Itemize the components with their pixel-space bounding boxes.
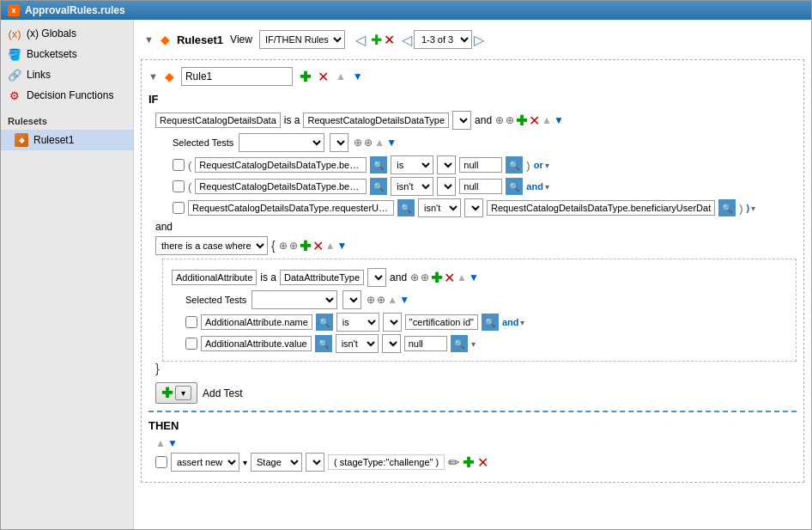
nav-left-icon[interactable]: ◁: [352, 31, 369, 48]
test3-checkbox[interactable]: [173, 202, 185, 214]
test1-op-select[interactable]: is isn't: [391, 155, 433, 174]
test2-search-btn[interactable]: 🔍: [370, 178, 387, 195]
nested-test1-checkbox[interactable]: [185, 316, 197, 328]
nested-type-select[interactable]: ▼: [367, 268, 386, 287]
delete-rule-icon[interactable]: ✕: [384, 32, 395, 48]
case-up-icon[interactable]: ▲: [325, 240, 336, 252]
filter-icon[interactable]: ⊕: [495, 114, 504, 126]
cond-add-icon[interactable]: ✚: [516, 113, 527, 129]
selected-tests-select[interactable]: [239, 133, 324, 152]
filter2-icon[interactable]: ⊕: [506, 114, 514, 126]
test1-connector-arrow[interactable]: ▾: [545, 161, 549, 170]
nested-test2-checkbox[interactable]: [185, 338, 197, 350]
then-checkbox[interactable]: [155, 456, 167, 468]
nested-test1-conn-arrow[interactable]: ▾: [520, 318, 524, 327]
stage-edit-icon[interactable]: ✏: [448, 454, 459, 471]
test3-value-search[interactable]: 🔍: [718, 199, 736, 216]
test2-op-arrow[interactable]: ▼: [437, 177, 456, 196]
test-filter-icon[interactable]: ⊕: [354, 137, 362, 149]
test3-connector-arrow[interactable]: ▾: [751, 204, 755, 213]
nested-filter2-icon[interactable]: ⊕: [421, 271, 429, 283]
rule-add-icon[interactable]: ✚: [300, 69, 311, 85]
then-delete-icon[interactable]: ✕: [477, 454, 488, 471]
selected-tests-arrow[interactable]: ▼: [330, 133, 348, 152]
test1-op-arrow[interactable]: ▼: [437, 155, 456, 174]
case-delete-icon[interactable]: ✕: [312, 238, 324, 254]
rule-up-icon[interactable]: ▲: [336, 70, 346, 82]
test2-checkbox[interactable]: [173, 180, 185, 192]
test1-search-btn[interactable]: 🔍: [370, 156, 387, 174]
test1-checkbox[interactable]: [173, 159, 185, 171]
then-down-icon[interactable]: ▼: [167, 437, 178, 449]
then-add-icon[interactable]: ✚: [463, 454, 474, 471]
cond-up-icon[interactable]: ▲: [542, 114, 552, 126]
nested-delete-icon[interactable]: ✕: [444, 270, 455, 286]
stage-select[interactable]: Stage: [251, 453, 302, 472]
sidebar-item-decision[interactable]: ⚙ Decision Functions: [1, 85, 133, 106]
case-add-icon[interactable]: ✚: [300, 238, 311, 254]
nested-test1-op-arrow[interactable]: ▼: [383, 313, 402, 332]
test3-search-btn[interactable]: 🔍: [397, 199, 415, 216]
nested-add-icon[interactable]: ✚: [431, 270, 442, 286]
nested-up-icon[interactable]: ▲: [457, 271, 467, 283]
nav-prev-icon[interactable]: ◁: [402, 32, 412, 48]
rule-name-input[interactable]: [181, 67, 293, 86]
nested-test-down-icon[interactable]: ▼: [399, 294, 409, 306]
test1-value-search[interactable]: 🔍: [506, 156, 523, 174]
nested-test1-value: "certification id": [405, 314, 478, 330]
case-filter2-icon[interactable]: ⊕: [289, 240, 298, 252]
test-down-icon[interactable]: ▼: [386, 137, 397, 149]
nested-test1-search[interactable]: 🔍: [316, 314, 333, 331]
rule-expand-arrow[interactable]: ▼: [148, 71, 158, 82]
case-down-icon[interactable]: ▼: [337, 240, 348, 252]
test-filter2-icon[interactable]: ⊕: [364, 137, 373, 149]
sidebar-item-links[interactable]: 🔗 Links: [1, 64, 133, 85]
rule-delete-icon[interactable]: ✕: [318, 69, 329, 85]
nested-test1-op[interactable]: is isn't: [336, 313, 379, 332]
rule-down-icon[interactable]: ▼: [353, 70, 363, 82]
nested-test2-value-search[interactable]: 🔍: [451, 335, 468, 352]
nested-test2-op[interactable]: isn't is: [336, 334, 379, 353]
nested-test2-conn-arrow[interactable]: ▾: [471, 339, 476, 349]
nested-test-up-icon[interactable]: ▲: [387, 294, 397, 306]
assert-arrow[interactable]: ▾: [243, 458, 247, 467]
nested-test-filter-icon[interactable]: ⊕: [367, 294, 375, 306]
nav-range-select[interactable]: 1-3 of 3: [414, 30, 472, 49]
nested-test2-op-arrow[interactable]: ▼: [382, 334, 401, 353]
add-icon-cluster: ◁ ✚ ✕: [352, 31, 395, 48]
view-label: View: [230, 34, 252, 46]
nav-next-icon[interactable]: ▷: [474, 32, 484, 48]
nested-test-filter2-icon[interactable]: ⊕: [377, 294, 385, 306]
sidebar-item-bucketsets[interactable]: 🪣 Bucketsets: [1, 44, 133, 64]
nested-test-row-2: AdditionalAttribute.value 🔍 isn't is ▼ n…: [185, 334, 791, 353]
test-up-icon[interactable]: ▲: [374, 137, 385, 149]
nested-filter-icon[interactable]: ⊕: [410, 271, 419, 283]
test2-op-select[interactable]: isn't is: [391, 177, 433, 196]
stage-arrow[interactable]: ▼: [306, 453, 324, 472]
nested-selected-tests-select[interactable]: [251, 290, 337, 309]
main-condition-block: RequestCatalogDetailsData is a RequestCa…: [155, 111, 797, 217]
cond-down-icon[interactable]: ▼: [554, 114, 564, 126]
nested-down-icon[interactable]: ▼: [469, 271, 479, 283]
sidebar-item-globals[interactable]: (x) (x) Globals: [1, 23, 133, 44]
add-rule-icon[interactable]: ✚: [371, 32, 382, 48]
nested-selected-tests-arrow[interactable]: ▼: [342, 290, 361, 309]
cond-delete-icon[interactable]: ✕: [529, 113, 540, 129]
test3-op-arrow[interactable]: ▼: [464, 198, 483, 217]
view-select[interactable]: IF/THEN Rules Decision Table Scorecard: [259, 30, 345, 49]
expand-arrow[interactable]: ▼: [144, 34, 154, 45]
nav-range: ◁ 1-3 of 3 ▷: [402, 30, 484, 49]
test2-connector-arrow[interactable]: ▾: [545, 182, 549, 192]
nested-var: AdditionalAttribute: [172, 270, 257, 285]
then-up-icon[interactable]: ▲: [155, 437, 166, 449]
case-filter-icon[interactable]: ⊕: [279, 240, 288, 252]
test3-op-select[interactable]: isn't is: [418, 198, 461, 217]
nested-test1-value-search[interactable]: 🔍: [482, 314, 499, 331]
assert-select[interactable]: assert new assert: [171, 453, 239, 472]
nested-test2-search[interactable]: 🔍: [315, 335, 332, 352]
test2-value-search[interactable]: 🔍: [506, 178, 523, 195]
sidebar-item-ruleset1[interactable]: ◆ Ruleset1: [1, 130, 133, 150]
add-test-btn[interactable]: ✚ ▾: [155, 382, 197, 404]
condition-type-select[interactable]: ▼: [452, 111, 471, 130]
case-select[interactable]: there is a case where: [155, 236, 268, 255]
